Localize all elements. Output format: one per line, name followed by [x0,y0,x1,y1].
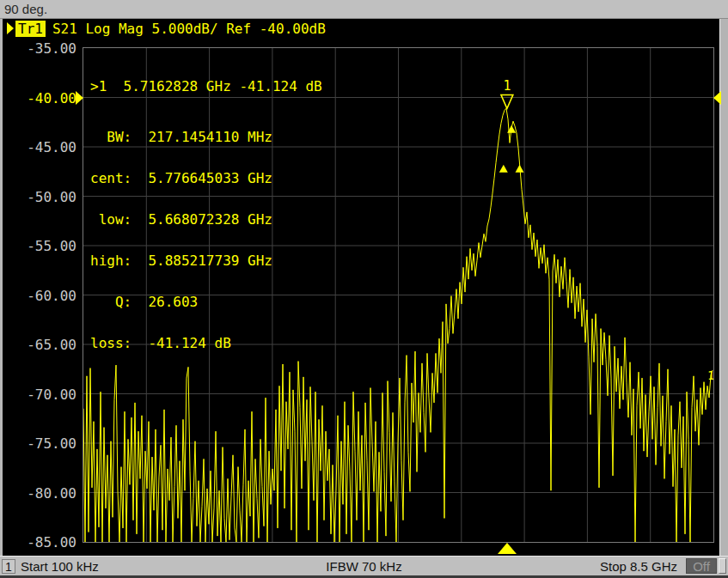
cent-readout: cent: 5.776645033 GHz [90,172,322,186]
y-axis-tick-label: -75.00 [27,436,76,451]
ref-level-icon-right[interactable] [713,91,721,105]
status-bar: 1 Start 100 kHz IFBW 70 kHz Stop 8.5 GHz… [0,556,728,575]
y-axis-tick-label: -60.00 [27,289,76,303]
y-axis-tick-label: -35.00 [27,41,76,56]
y-axis-tick-label: -55.00 [27,239,76,253]
y-axis-tick-label: -85.00 [27,535,76,550]
channel-indicator: 1 [2,559,15,574]
bw-readout: BW: 217.1454110 MHz [90,131,322,144]
q-readout: Q: 26.603 [90,295,322,309]
window-title: 90 deg. [4,2,47,16]
trace-header-text[interactable]: S21 Log Mag 5.000dB/ Ref -40.00dB [52,21,326,37]
low-readout: low: 5.668072328 GHz [90,213,322,227]
bw-high-marker-icon[interactable] [516,165,524,173]
high-readout: high: 5.885217739 GHz [90,254,322,268]
ifbw-label[interactable]: IFBW 70 kHz [326,559,401,574]
bw-low-marker-icon[interactable] [499,165,508,173]
loss-readout: loss: -41.124 dB [90,337,322,350]
marker1-number: 1 [503,78,511,94]
corner-resize-button[interactable] [719,558,726,574]
window-title-bar: 90 deg. [0,0,728,19]
vna-screen: 90 deg. Tr1 S21 Log Mag 5.000dB/ Ref -40… [0,0,728,578]
left-frame-strip [0,19,3,556]
marker1-icon[interactable] [501,94,513,108]
active-trace-arrow-icon [7,22,14,34]
y-axis-tick-label: -70.00 [27,387,76,402]
off-button[interactable]: Off [686,558,717,574]
ref-level-icon-left[interactable] [76,91,83,105]
start-frequency-label[interactable]: Start 100 kHz [21,559,99,574]
y-axis-tick-label: -50.00 [27,190,76,204]
stop-frequency-label[interactable]: Stop 8.5 GHz [600,559,677,574]
y-axis-tick-label: -45.00 [27,140,76,155]
trace-chip[interactable]: Tr1 [15,21,46,37]
trace-number-label: 1 [707,368,713,382]
y-axis-tick-label: -80.00 [27,486,76,501]
marker1-readout: >1 5.7162828 GHz -41.124 dB [90,80,322,94]
marker-info-panel: >1 5.7162828 GHz -41.124 dB BW: 217.1454… [90,52,322,378]
trace-header: Tr1 S21 Log Mag 5.000dB/ Ref -40.00dB [7,21,326,36]
marker-stimulus-icon[interactable] [498,543,517,554]
y-axis-tick-label: -40.00 [27,91,76,106]
y-axis-tick-label: -65.00 [27,338,76,352]
